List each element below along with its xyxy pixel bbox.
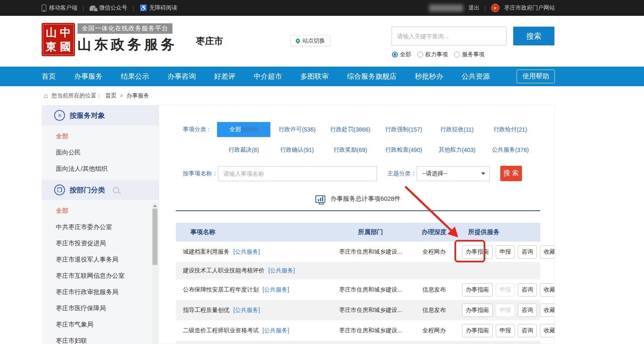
consult-button[interactable]: 咨询 [518,304,537,317]
filter-tab-penalty[interactable]: 行政处罚(3866) [324,122,377,137]
consult-button[interactable]: 咨询 [518,245,537,259]
item-name-input[interactable] [218,166,377,181]
nav-item-public-resources[interactable]: 公共资源 [462,72,490,81]
radio-power-items[interactable]: 权力事项 [417,51,448,58]
accessibility-label: 无障碍阅读 [149,4,177,12]
location-pin-icon [295,37,301,43]
filter-tab-payment[interactable]: 行政给付(21) [484,122,537,137]
filter-tab-coercion[interactable]: 行政强制(157) [377,122,430,137]
logout-link[interactable]: 退出 [468,4,479,12]
nav-item-services[interactable]: 办事服务 [74,72,102,81]
section-divider [176,210,540,211]
radio-icon [417,52,423,57]
sidebar-item-all-targets[interactable]: 全部 [42,128,159,144]
item-name-label: 按事项名称： [183,170,218,177]
page-body: ≡ 按服务对象 全部 面向公民 面向法人/其他组织 ❐ 按部门分类 全部 中共枣… [0,105,644,344]
item-dept: 枣庄市住房和城乡建设... [332,248,409,256]
item-name-link[interactable]: 城建档案利用服务 [183,248,230,255]
sidebar-dept-item[interactable]: 中共枣庄市委办公室 [42,219,159,235]
mobile-icon [42,5,46,12]
item-tag: [公共服务] [262,327,289,334]
nav-item-intermediary[interactable]: 中介超市 [254,72,282,81]
accessibility-link[interactable]: ♿ 无障碍阅读 [140,4,177,12]
filter-tab-license[interactable]: 行政许可(536) [270,122,324,137]
filter-tab-confirmation[interactable]: 行政确认(91) [270,142,324,157]
sidebar-dept-item[interactable]: 枣庄市互联网信息办公室 [42,267,159,284]
mobile-client-link[interactable]: 移动客户端 [42,4,77,12]
nav-item-flagship[interactable]: 综合服务旗舰店 [347,72,397,81]
radio-service-items[interactable]: 服务事项 [454,51,484,58]
col-services: 所提供服务 [459,228,540,236]
breadcrumb-bar: ⌂ 您当前所在的位置： 首页 > 办事服务 [0,86,644,105]
item-name-link[interactable]: 二级造价工程师职业资格考试 [183,327,259,334]
stats-row: 办事服务总计事项6028件 [176,195,540,203]
filter-tab-inspection[interactable]: 行政检查(490) [377,142,430,157]
apply-button[interactable]: 申报 [496,324,515,337]
sidebar-dept-all[interactable]: 全部 [42,202,159,219]
item-name-link[interactable]: 公布保障性安居工程年度计划 [183,286,259,293]
national-emblem-icon: ★ [491,4,499,12]
list-circle-icon: ≡ [54,110,65,121]
sidebar-dept-item[interactable]: 枣庄市投资促进局 [42,235,159,251]
apply-button[interactable]: 申报 [496,245,515,259]
item-search-button[interactable]: 搜 索 [500,166,522,181]
sidebar-dept-item[interactable]: 枣庄市退役军人事务局 [42,251,159,267]
table-row: 公布保障性安居工程年度计划[公共服务] 枣庄市住房和城乡建设... 信息发布 办… [176,279,540,300]
sidebar-item-citizens[interactable]: 面向公民 [42,144,159,160]
scrollbar-thumb[interactable] [152,209,157,265]
filter-tab-public-service[interactable]: 公共服务(376) [484,142,537,157]
consult-button[interactable]: 咨询 [518,283,537,297]
item-name-link[interactable]: 建设技术工人职业技能考核评价 [183,267,265,274]
sidebar-dept-item[interactable]: 枣庄市妇联 [42,332,159,344]
favorite-button[interactable]: 收藏 [540,283,555,297]
nav-item-results[interactable]: 结果公示 [121,72,149,81]
chevron-down-icon [481,172,485,175]
favorite-button[interactable]: 收藏 [540,304,555,317]
breadcrumb-home[interactable]: 首页 [105,92,117,100]
sidebar-dept-item[interactable]: 枣庄市行政审批服务局 [42,284,159,300]
filter-tab-levy[interactable]: 行政征收(11) [430,122,484,137]
filter-tab-ruling[interactable]: 行政裁决(8) [217,142,270,157]
nav-item-instant[interactable]: 秒批秒办 [415,72,443,81]
sidebar-dept-item[interactable]: 枣庄市医疗保障局 [42,300,159,316]
item-name-link[interactable]: 指导工程质量创优 [183,307,230,313]
item-dept: 枣庄市住房和城乡建设... [332,286,409,294]
filter-label: 事项分类： [183,122,217,133]
guide-button[interactable]: 办事指南 [462,245,493,259]
apply-button-disabled: 申报 [496,283,515,297]
search-icon[interactable] [113,187,119,193]
city-name: 枣庄市 [196,35,223,47]
nav-item-home[interactable]: 首页 [42,72,56,81]
gov-portal-link[interactable]: 枣庄市政府门户网站 [504,4,555,12]
nav-item-consult[interactable]: 办事咨询 [167,72,196,81]
nav-item-rating[interactable]: 好差评 [214,72,235,81]
sidebar-dept-item[interactable]: 枣庄市气象局 [42,316,159,332]
wechat-link[interactable]: 微信公众号 [90,4,127,12]
favorite-button[interactable]: 收藏 [540,324,555,337]
site-switch-button[interactable]: 站点切换 [290,35,330,46]
item-depth: 全程网办 [409,248,459,256]
filter-tab-all[interactable]: 全部(6028) [217,122,270,137]
scrollbar-up-arrow[interactable] [153,204,157,207]
filter-tab-reward[interactable]: 行政奖励(69) [324,142,377,157]
wechat-label: 微信公众号 [99,4,127,12]
consult-button[interactable]: 咨询 [518,324,537,337]
main-content: 事项分类： 全部(6028) 行政许可(536) 行政处罚(3866) 行政强制… [159,105,555,344]
topic-select[interactable]: --请选择-- [417,166,490,181]
help-button[interactable]: 使用帮助 [517,70,555,83]
nav-item-multi-review[interactable]: 多图联审 [300,72,329,81]
filter-tab-other-power[interactable]: 其他权力(403) [430,142,484,157]
keyword-search-input[interactable] [392,27,507,45]
radio-all[interactable]: 全部 [392,51,411,58]
sidebar-item-legal-persons[interactable]: 面向法人/其他组织 [42,160,159,177]
header-search-button[interactable]: 搜索 [513,27,554,45]
seal-char: 中 [58,25,72,40]
guide-button[interactable]: 办事指南 [462,283,493,297]
guide-button[interactable]: 办事指南 [462,324,493,337]
breadcrumb-current[interactable]: 办事服务 [127,92,149,100]
site-switch-label: 站点切换 [302,37,325,45]
guide-button[interactable]: 办事指南 [462,304,493,317]
sidebar-scrollbar[interactable] [152,203,158,344]
item-tag: [公共服务] [262,286,289,293]
favorite-button[interactable]: 收藏 [540,245,555,259]
